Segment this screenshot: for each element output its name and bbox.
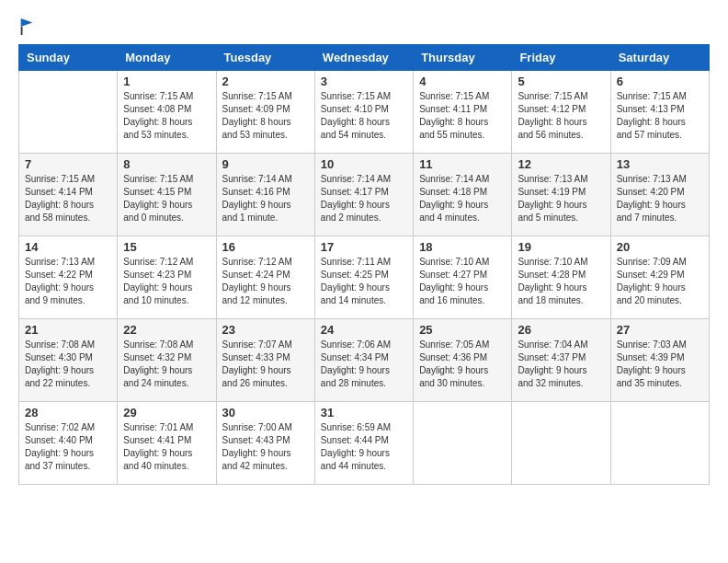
day-cell: 11Sunrise: 7:14 AMSunset: 4:18 PMDayligh… [414,154,512,236]
day-cell: 8Sunrise: 7:15 AMSunset: 4:15 PMDaylight… [118,154,216,236]
day-info: Sunrise: 7:12 AMSunset: 4:23 PMDaylight:… [123,256,210,307]
day-number: 20 [617,240,703,254]
day-info: Sunrise: 7:10 AMSunset: 4:28 PMDaylight:… [518,256,604,307]
day-number: 15 [123,240,210,254]
svg-rect-1 [21,27,23,35]
day-info: Sunrise: 7:13 AMSunset: 4:20 PMDaylight:… [617,173,703,224]
day-cell: 10Sunrise: 7:14 AMSunset: 4:17 PMDayligh… [314,154,413,236]
day-cell: 31Sunrise: 6:59 AMSunset: 4:44 PMDayligh… [314,402,413,485]
day-cell: 25Sunrise: 7:05 AMSunset: 4:36 PMDayligh… [414,319,512,402]
day-info: Sunrise: 7:15 AMSunset: 4:10 PMDaylight:… [321,90,407,142]
week-row-3: 21Sunrise: 7:08 AMSunset: 4:30 PMDayligh… [19,319,710,402]
day-number: 27 [617,323,703,337]
week-row-0: 1Sunrise: 7:15 AMSunset: 4:08 PMDaylight… [19,71,710,154]
day-number: 5 [518,75,604,88]
day-cell: 15Sunrise: 7:12 AMSunset: 4:23 PMDayligh… [118,236,216,319]
day-cell: 14Sunrise: 7:13 AMSunset: 4:22 PMDayligh… [19,236,118,319]
day-number: 7 [25,157,111,171]
day-info: Sunrise: 7:12 AMSunset: 4:24 PMDaylight:… [222,256,309,307]
day-cell: 16Sunrise: 7:12 AMSunset: 4:24 PMDayligh… [216,236,314,319]
day-cell [19,71,118,154]
day-cell [414,402,512,485]
day-number: 22 [123,323,210,337]
day-info: Sunrise: 7:15 AMSunset: 4:08 PMDaylight:… [123,90,210,142]
day-info: Sunrise: 7:15 AMSunset: 4:11 PMDaylight:… [419,90,506,142]
day-number: 19 [518,240,604,254]
day-info: Sunrise: 7:15 AMSunset: 4:13 PMDaylight:… [617,90,703,142]
day-number: 28 [25,406,111,419]
header-friday: Friday [512,45,610,71]
day-cell: 24Sunrise: 7:06 AMSunset: 4:34 PMDayligh… [314,319,413,402]
day-cell: 9Sunrise: 7:14 AMSunset: 4:16 PMDaylight… [216,154,314,236]
day-number: 21 [25,323,111,337]
day-info: Sunrise: 7:15 AMSunset: 4:14 PMDaylight:… [25,173,111,224]
day-number: 23 [222,323,309,337]
day-number: 2 [222,75,309,88]
day-number: 31 [321,406,407,419]
day-number: 26 [518,323,604,337]
day-info: Sunrise: 7:11 AMSunset: 4:25 PMDaylight:… [321,256,407,307]
header-wednesday: Wednesday [314,45,413,71]
day-info: Sunrise: 7:14 AMSunset: 4:16 PMDaylight:… [222,173,309,224]
day-info: Sunrise: 7:15 AMSunset: 4:12 PMDaylight:… [518,90,604,142]
day-info: Sunrise: 7:14 AMSunset: 4:17 PMDaylight:… [321,173,407,224]
day-number: 16 [222,240,309,254]
day-info: Sunrise: 7:00 AMSunset: 4:43 PMDaylight:… [222,421,309,473]
day-number: 8 [123,157,210,171]
day-cell: 17Sunrise: 7:11 AMSunset: 4:25 PMDayligh… [314,236,413,319]
day-number: 24 [321,323,407,337]
day-cell: 27Sunrise: 7:03 AMSunset: 4:39 PMDayligh… [610,319,709,402]
day-number: 3 [321,75,407,88]
day-cell: 29Sunrise: 7:01 AMSunset: 4:41 PMDayligh… [118,402,216,485]
day-cell: 3Sunrise: 7:15 AMSunset: 4:10 PMDaylight… [314,71,413,154]
day-info: Sunrise: 7:10 AMSunset: 4:27 PMDaylight:… [419,256,506,307]
day-info: Sunrise: 7:06 AMSunset: 4:34 PMDaylight:… [321,339,407,390]
day-info: Sunrise: 7:05 AMSunset: 4:36 PMDaylight:… [419,339,506,390]
header-sunday: Sunday [19,45,118,71]
day-number: 17 [321,240,407,254]
day-cell: 1Sunrise: 7:15 AMSunset: 4:08 PMDaylight… [118,71,216,154]
day-number: 6 [617,75,703,88]
day-cell: 20Sunrise: 7:09 AMSunset: 4:29 PMDayligh… [610,236,709,319]
day-number: 18 [419,240,506,254]
day-cell: 6Sunrise: 7:15 AMSunset: 4:13 PMDaylight… [610,71,709,154]
day-cell: 18Sunrise: 7:10 AMSunset: 4:27 PMDayligh… [414,236,512,319]
week-row-2: 14Sunrise: 7:13 AMSunset: 4:22 PMDayligh… [19,236,710,319]
day-number: 9 [222,157,309,171]
day-number: 12 [518,157,604,171]
day-info: Sunrise: 7:01 AMSunset: 4:41 PMDaylight:… [123,421,210,473]
day-info: Sunrise: 7:03 AMSunset: 4:39 PMDaylight:… [617,339,703,390]
header-saturday: Saturday [610,45,709,71]
day-cell: 13Sunrise: 7:13 AMSunset: 4:20 PMDayligh… [610,154,709,236]
day-number: 30 [222,406,309,419]
day-number: 4 [419,75,506,88]
day-cell: 26Sunrise: 7:04 AMSunset: 4:37 PMDayligh… [512,319,610,402]
day-cell: 2Sunrise: 7:15 AMSunset: 4:09 PMDaylight… [216,71,314,154]
day-info: Sunrise: 7:15 AMSunset: 4:15 PMDaylight:… [123,173,210,224]
calendar-table: SundayMondayTuesdayWednesdayThursdayFrid… [18,44,710,485]
day-info: Sunrise: 7:14 AMSunset: 4:18 PMDaylight:… [419,173,506,224]
day-cell [610,402,709,485]
header-monday: Monday [118,45,216,71]
day-number: 29 [123,406,210,419]
day-number: 11 [419,157,506,171]
day-info: Sunrise: 7:04 AMSunset: 4:37 PMDaylight:… [518,339,604,390]
day-number: 1 [123,75,210,88]
day-cell: 19Sunrise: 7:10 AMSunset: 4:28 PMDayligh… [512,236,610,319]
day-cell: 5Sunrise: 7:15 AMSunset: 4:12 PMDaylight… [512,71,610,154]
logo [18,18,31,35]
day-cell: 7Sunrise: 7:15 AMSunset: 4:14 PMDaylight… [19,154,118,236]
header-thursday: Thursday [414,45,512,71]
logo-flag-icon [20,18,33,35]
day-info: Sunrise: 7:02 AMSunset: 4:40 PMDaylight:… [25,421,111,473]
day-info: Sunrise: 7:09 AMSunset: 4:29 PMDaylight:… [617,256,703,307]
day-number: 10 [321,157,407,171]
day-cell: 21Sunrise: 7:08 AMSunset: 4:30 PMDayligh… [19,319,118,402]
day-info: Sunrise: 7:07 AMSunset: 4:33 PMDaylight:… [222,339,309,390]
day-number: 14 [25,240,111,254]
day-cell: 22Sunrise: 7:08 AMSunset: 4:32 PMDayligh… [118,319,216,402]
day-cell: 30Sunrise: 7:00 AMSunset: 4:43 PMDayligh… [216,402,314,485]
week-row-4: 28Sunrise: 7:02 AMSunset: 4:40 PMDayligh… [19,402,710,485]
day-info: Sunrise: 7:08 AMSunset: 4:30 PMDaylight:… [25,339,111,390]
week-row-1: 7Sunrise: 7:15 AMSunset: 4:14 PMDaylight… [19,154,710,236]
